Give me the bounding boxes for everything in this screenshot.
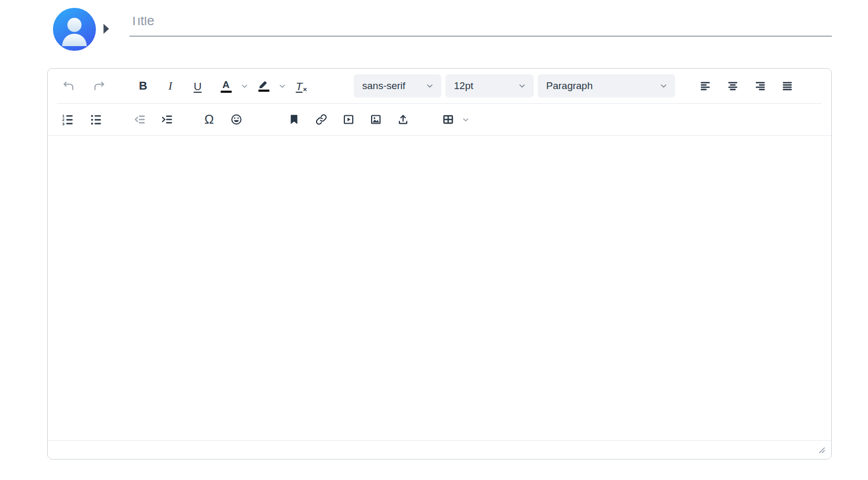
chevron-down-icon xyxy=(426,82,434,90)
ordered-list-icon: 1 2 3 xyxy=(61,113,74,126)
chevron-down-icon xyxy=(659,82,668,90)
ordered-list-button[interactable]: 1 2 3 xyxy=(56,109,79,130)
text-color-glyph: A xyxy=(222,80,230,90)
underline-glyph: U xyxy=(193,81,201,92)
bookmark-icon xyxy=(288,113,300,126)
text-color-menu-button[interactable] xyxy=(238,75,250,96)
align-left-icon xyxy=(699,80,712,92)
anchor-button[interactable] xyxy=(283,109,306,130)
align-center-button[interactable] xyxy=(721,75,744,96)
align-right-button[interactable] xyxy=(748,75,772,96)
highlighter-icon xyxy=(258,81,269,89)
format-group: B I U A xyxy=(132,75,313,96)
underline-button[interactable]: U xyxy=(186,75,209,96)
redo-icon xyxy=(93,80,105,92)
chevron-down-icon xyxy=(278,82,286,90)
insert-char-group: Ω xyxy=(198,109,248,130)
resize-handle-icon xyxy=(818,446,826,454)
indent-icon xyxy=(161,113,173,126)
table-icon xyxy=(442,113,454,126)
font-family-value: sans-serif xyxy=(362,80,405,92)
insert-media-group xyxy=(283,109,415,130)
highlight-color-menu-button[interactable] xyxy=(276,75,288,96)
compose-page: B I U A xyxy=(0,0,868,68)
bold-glyph: B xyxy=(139,80,147,92)
emoji-button[interactable] xyxy=(225,109,248,130)
clear-formatting-button[interactable]: T× xyxy=(290,75,313,96)
avatar[interactable] xyxy=(53,8,96,51)
bullet-list-icon xyxy=(90,113,102,126)
image-icon xyxy=(370,113,382,126)
text-color-swatch xyxy=(221,91,232,93)
undo-icon xyxy=(62,80,75,92)
highlight-color-button[interactable] xyxy=(252,75,275,96)
redo-button[interactable] xyxy=(88,75,111,96)
toolbar-row-1: B I U A xyxy=(48,69,831,103)
upload-icon xyxy=(397,113,409,126)
title-header xyxy=(0,0,868,68)
media-play-icon xyxy=(342,113,355,126)
table-group xyxy=(437,109,471,130)
text-color-button[interactable]: A xyxy=(214,75,237,96)
clear-formatting-glyph: T× xyxy=(296,81,307,92)
indent-button[interactable] xyxy=(156,109,179,130)
media-button[interactable] xyxy=(337,109,360,130)
undo-button[interactable] xyxy=(57,75,80,96)
chevron-down-icon xyxy=(518,82,526,90)
table-menu-button[interactable] xyxy=(460,109,471,130)
italic-button[interactable]: I xyxy=(159,75,182,96)
bold-button[interactable]: B xyxy=(132,75,155,96)
font-family-select[interactable]: sans-serif xyxy=(354,74,441,97)
chevron-down-icon xyxy=(462,116,470,124)
chevron-down-icon xyxy=(241,82,248,90)
omega-glyph: Ω xyxy=(204,113,214,126)
caret-right-icon xyxy=(103,23,110,35)
align-left-button[interactable] xyxy=(694,75,717,96)
title-input[interactable] xyxy=(129,17,832,37)
block-format-select[interactable]: Paragraph xyxy=(538,74,675,97)
outdent-button[interactable] xyxy=(128,109,151,130)
outdent-icon xyxy=(134,113,146,126)
emoji-icon xyxy=(230,113,243,126)
list-group: 1 2 3 xyxy=(56,109,107,130)
upload-button[interactable] xyxy=(392,109,415,130)
table-button[interactable] xyxy=(437,109,460,130)
align-group xyxy=(694,75,799,96)
svg-text:3: 3 xyxy=(62,122,64,126)
user-avatar-icon xyxy=(53,8,96,51)
select-group: sans-serif 12pt Paragraph xyxy=(354,74,675,97)
editor-content-area[interactable] xyxy=(48,136,831,440)
align-justify-button[interactable] xyxy=(776,75,799,96)
title-field-wrap xyxy=(129,17,832,37)
special-character-button[interactable]: Ω xyxy=(198,109,221,130)
toolbar-row-2: 1 2 3 xyxy=(48,104,831,136)
highlight-color-swatch xyxy=(258,90,269,92)
editor-statusbar xyxy=(48,440,831,459)
align-center-icon xyxy=(726,80,739,92)
history-group xyxy=(57,75,111,96)
block-format-value: Paragraph xyxy=(546,80,593,92)
indent-group xyxy=(128,109,179,130)
font-size-value: 12pt xyxy=(454,80,473,92)
italic-glyph: I xyxy=(168,80,172,92)
align-right-icon xyxy=(754,80,766,92)
resize-handle[interactable] xyxy=(818,446,826,454)
align-justify-icon xyxy=(781,80,794,92)
image-button[interactable] xyxy=(364,109,387,130)
bullet-list-button[interactable] xyxy=(84,109,107,130)
link-button[interactable] xyxy=(310,109,333,130)
font-size-select[interactable]: 12pt xyxy=(446,74,534,97)
link-icon xyxy=(315,113,328,126)
rich-text-editor: B I U A xyxy=(47,68,832,460)
